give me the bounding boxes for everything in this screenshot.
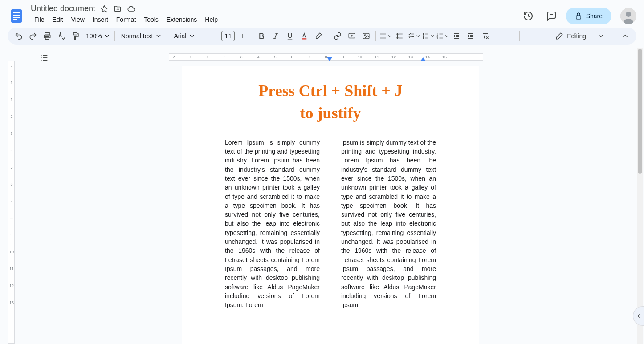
ruler-tick: 2 [8, 114, 15, 119]
collapse-toolbar-button[interactable] [619, 29, 632, 43]
ruler-tick: 14 [425, 55, 430, 59]
ruler-tick: 13 [408, 55, 413, 59]
toolbar: 100% Normal text Arial 123 Ed [8, 28, 636, 45]
line-spacing-button[interactable] [393, 29, 406, 43]
separator [612, 31, 612, 41]
ruler-tick: 5 [8, 165, 15, 170]
menu-help[interactable]: Help [201, 14, 221, 25]
ruler-tick: 8 [8, 216, 15, 220]
vertical-scrollbar[interactable] [637, 48, 643, 344]
zoom-select[interactable]: 100% [83, 31, 112, 41]
share-label: Share [586, 12, 603, 20]
decrease-font-button[interactable] [207, 29, 220, 43]
menu-view[interactable]: View [68, 14, 88, 25]
separator [167, 31, 167, 41]
paint-format-button[interactable] [69, 29, 82, 43]
bulleted-list-button[interactable] [421, 29, 435, 43]
svg-rect-4 [13, 19, 17, 20]
spellcheck-button[interactable] [55, 29, 68, 43]
insert-link-button[interactable] [331, 29, 344, 43]
ruler-tick: 7 [8, 199, 15, 203]
svg-rect-1 [13, 12, 20, 13]
title-row: Untitled document [29, 4, 516, 13]
editing-mode-button[interactable]: Editing [549, 29, 609, 43]
bold-button[interactable] [255, 29, 268, 43]
insert-image-button[interactable] [359, 29, 373, 43]
svg-point-38 [423, 36, 424, 36]
column-2[interactable]: Ipsum is simply dummy text of the printi… [341, 138, 436, 310]
cloud-status-icon[interactable] [126, 4, 135, 13]
redo-button[interactable] [26, 29, 40, 43]
menu-extensions[interactable]: Extensions [163, 14, 200, 25]
separator [328, 31, 328, 41]
ruler-tick: 9 [342, 55, 344, 59]
ruler-tick: 15 [442, 55, 447, 59]
menu-format[interactable]: Format [113, 14, 139, 25]
document-title[interactable]: Untitled document [31, 4, 95, 13]
text-cursor [360, 302, 360, 308]
undo-button[interactable] [12, 29, 25, 43]
svg-rect-14 [73, 33, 77, 35]
document-area: 21123456789101112131415 Press Ctrl + Shi… [17, 48, 644, 344]
ruler-tick: 6 [291, 55, 293, 59]
header-actions: Share [519, 7, 636, 25]
clear-formatting-button[interactable] [478, 29, 492, 43]
ruler-tick: 1 [189, 55, 192, 59]
text-color-button[interactable] [298, 29, 311, 43]
font-size-input[interactable] [221, 31, 235, 41]
svg-rect-0 [11, 9, 22, 23]
checklist-button[interactable] [407, 29, 420, 43]
avatar[interactable] [620, 8, 636, 24]
highlight-button[interactable] [312, 29, 325, 43]
separator [114, 31, 115, 41]
column-1[interactable]: Lorem Ipsum is simply dummy text of the … [225, 138, 320, 310]
canvas[interactable]: Press Ctrl + Shift + J to justify Lorem … [17, 61, 644, 344]
scrollbar-thumb[interactable] [638, 49, 642, 174]
menu-file[interactable]: File [31, 14, 48, 25]
star-icon[interactable] [100, 4, 109, 13]
ruler-tick: 2 [8, 64, 15, 68]
separator [252, 31, 252, 41]
page[interactable]: Press Ctrl + Shift + J to justify Lorem … [182, 66, 479, 344]
numbered-list-button[interactable]: 123 [436, 29, 449, 43]
docs-logo[interactable] [8, 7, 25, 25]
ruler-tick: 11 [8, 267, 15, 271]
increase-indent-button[interactable] [464, 29, 477, 43]
increase-font-button[interactable] [236, 29, 249, 43]
decrease-indent-button[interactable] [450, 29, 463, 43]
history-icon[interactable] [519, 7, 537, 25]
svg-rect-3 [13, 17, 20, 18]
ruler-tick: 3 [8, 131, 15, 136]
share-button[interactable]: Share [566, 8, 611, 24]
menu-insert[interactable]: Insert [89, 14, 112, 25]
font-size-control [207, 29, 249, 43]
align-button[interactable] [379, 29, 392, 43]
ruler-tick: 5 [274, 55, 276, 59]
ruler-tick: 10 [358, 55, 362, 59]
ruler-tick: 2 [223, 55, 225, 59]
vertical-ruler[interactable]: 2112345678910111213 [0, 48, 17, 344]
horizontal-ruler[interactable]: 21123456789101112131415 [169, 53, 483, 61]
ruler-tick: 7 [308, 55, 310, 59]
ruler-tick: 10 [8, 250, 15, 254]
ruler-tick: 1 [8, 81, 15, 85]
italic-button[interactable] [269, 29, 282, 43]
underline-button[interactable] [283, 29, 297, 43]
comments-icon[interactable] [542, 7, 560, 25]
separator [204, 31, 204, 41]
ruler-tick: 2 [172, 55, 175, 59]
paragraph-style-select[interactable]: Normal text [118, 31, 165, 41]
separator [519, 31, 520, 41]
menu-edit[interactable]: Edit [49, 14, 67, 25]
title-area: Untitled document FileEditViewInsertForm… [29, 4, 516, 28]
print-button[interactable] [41, 29, 54, 43]
text-columns: Lorem Ipsum is simply dummy text of the … [225, 138, 436, 310]
menu-tools[interactable]: Tools [140, 14, 162, 25]
font-select[interactable]: Arial [170, 31, 201, 41]
lock-icon [575, 12, 583, 20]
add-comment-button[interactable] [345, 29, 359, 43]
ruler-tick: 12 [8, 283, 15, 288]
svg-point-40 [423, 37, 424, 38]
svg-point-27 [365, 35, 366, 36]
move-icon[interactable] [113, 4, 122, 13]
